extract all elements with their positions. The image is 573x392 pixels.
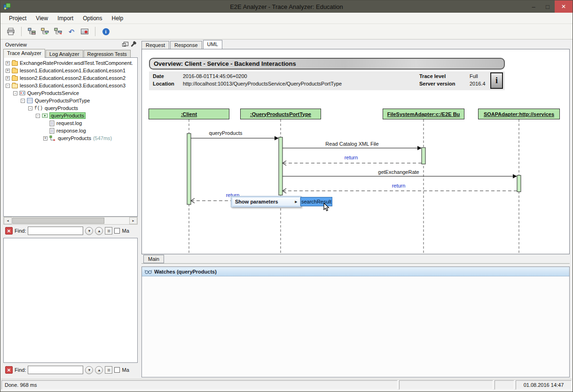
tree-item[interactable]: + lesson2.EducationLesson2.EducationLess… bbox=[4, 74, 137, 82]
trace-icon bbox=[49, 135, 56, 141]
lifeline-porttype[interactable]: :QueryProductsPortType bbox=[240, 109, 321, 119]
match-case-checkbox[interactable] bbox=[114, 228, 120, 234]
scroll-thumb[interactable] bbox=[12, 218, 104, 224]
tree-item[interactable]: + ExchangeRateProvider.wsdlTest.TestComp… bbox=[4, 59, 137, 67]
close-find-icon[interactable]: ✕ bbox=[5, 227, 13, 235]
scroll-left-icon[interactable]: ◂ bbox=[4, 217, 12, 224]
menu-help[interactable]: Help bbox=[107, 14, 128, 23]
tree-item-label: ExchangeRateProvider.wsdlTest.TestCompon… bbox=[20, 60, 133, 66]
overview-header: Overview bbox=[3, 40, 138, 49]
tree-hscrollbar[interactable]: ◂ ▸ bbox=[3, 217, 138, 225]
expander-icon[interactable]: - bbox=[6, 84, 10, 88]
left-panel-tabs: Trace Analyzer Log Analyzer Regression T… bbox=[3, 49, 131, 58]
menu-project[interactable]: Project bbox=[4, 14, 31, 23]
tree-item[interactable]: - QueryProductsPortType bbox=[4, 97, 137, 104]
collapse-tree-icon[interactable] bbox=[54, 27, 63, 36]
find-previous-icon[interactable]: ▴ bbox=[95, 227, 103, 235]
message-return-2: return bbox=[375, 183, 422, 188]
watches-icon bbox=[145, 269, 152, 274]
tree-item[interactable]: request.log bbox=[4, 119, 137, 127]
expander-icon[interactable]: - bbox=[13, 91, 17, 95]
find-input[interactable] bbox=[28, 227, 83, 235]
tree-item-label: queryProducts bbox=[58, 135, 91, 141]
tree-item-label: QueryProductsPortType bbox=[35, 98, 90, 103]
context-menu: Show parameters ▸ bbox=[231, 196, 301, 207]
match-case-label: Ma bbox=[122, 228, 129, 234]
tree-item-label: request.log bbox=[56, 120, 82, 126]
status-message: Done. 968 ms bbox=[1, 380, 398, 390]
tree-item[interactable]: - f() queryProducts bbox=[4, 104, 137, 112]
expander-icon[interactable]: - bbox=[21, 99, 25, 103]
expander-icon[interactable]: + bbox=[43, 136, 47, 141]
maximize-button[interactable]: □ bbox=[541, 0, 555, 13]
expand-tree-icon[interactable] bbox=[40, 27, 50, 36]
find-list-icon[interactable]: ≡ bbox=[105, 227, 112, 235]
toolbar-separator bbox=[95, 27, 95, 36]
expander-icon[interactable]: + bbox=[6, 61, 10, 65]
find-bar: ✕ Find: ▾ ▴ ≡ Ma bbox=[3, 225, 138, 237]
tree-item[interactable]: + lesson1.EducationLesson1.EducationLess… bbox=[4, 67, 137, 74]
tab-request[interactable]: Request bbox=[141, 41, 169, 49]
close-button[interactable]: ✕ bbox=[555, 0, 573, 13]
find-input-2[interactable] bbox=[28, 366, 83, 374]
titlebar: E2E Analyzer - Trace Analyzer: Education… bbox=[0, 0, 573, 13]
match-case-checkbox[interactable] bbox=[114, 367, 120, 373]
minimize-button[interactable]: – bbox=[526, 0, 541, 13]
stop-log-icon[interactable] bbox=[80, 27, 89, 36]
tab-main[interactable]: Main bbox=[143, 255, 164, 263]
tree-item[interactable]: - QueryProductsService bbox=[4, 89, 137, 97]
submenu-arrow-icon: ▸ bbox=[295, 199, 297, 204]
porttype-icon bbox=[27, 98, 33, 103]
lifeline-soap-adapter[interactable]: SOAPAdapter:http://services bbox=[478, 109, 560, 119]
scroll-right-icon[interactable]: ▸ bbox=[129, 217, 137, 224]
trace-tree: + ExchangeRateProvider.wsdlTest.TestComp… bbox=[3, 57, 138, 217]
tree-item-selected[interactable]: - queryProducts bbox=[4, 112, 137, 119]
find-list-icon[interactable]: ≡ bbox=[105, 366, 112, 374]
toolbar: ↶ i bbox=[0, 24, 573, 39]
tree-item[interactable]: - lesson3.EducationLesson3.EducationLess… bbox=[4, 82, 137, 89]
message-return-1: return bbox=[328, 155, 375, 160]
tree-item[interactable]: response.log bbox=[4, 127, 137, 134]
expander-icon[interactable]: + bbox=[6, 69, 10, 73]
status-segment bbox=[399, 380, 493, 390]
float-panel-icon[interactable] bbox=[121, 42, 127, 48]
expander-icon[interactable]: + bbox=[6, 76, 10, 80]
expander-icon[interactable]: - bbox=[36, 114, 40, 118]
tab-trace-analyzer[interactable]: Trace Analyzer bbox=[3, 49, 45, 58]
tab-uml[interactable]: UML bbox=[203, 40, 222, 49]
menu-view[interactable]: View bbox=[31, 14, 53, 23]
folder-open-icon bbox=[12, 83, 18, 88]
find-previous-icon[interactable]: ▴ bbox=[95, 366, 103, 374]
message-read-catalog: Read Catalog XML File bbox=[305, 141, 399, 147]
tree-item-label: lesson2.EducationLesson2.EducationLesson… bbox=[20, 75, 126, 81]
pin-panel-icon[interactable] bbox=[129, 42, 136, 48]
main-tabs: Request Response UML bbox=[141, 40, 223, 49]
tree-item-label: queryProducts bbox=[50, 113, 85, 118]
info-icon[interactable]: i bbox=[101, 27, 110, 36]
trace-tree-icon[interactable] bbox=[27, 27, 37, 36]
expander-icon[interactable]: - bbox=[28, 106, 32, 110]
tab-log-analyzer[interactable]: Log Analyzer bbox=[46, 50, 83, 58]
tree-item-label: response.log bbox=[56, 128, 86, 133]
window-title: E2E Analyzer - Trace Analyzer: Education bbox=[0, 3, 573, 10]
context-menu-show-parameters[interactable]: Show parameters ▸ bbox=[232, 197, 300, 206]
find-next-icon[interactable]: ▾ bbox=[85, 366, 93, 374]
close-find-icon[interactable]: ✕ bbox=[5, 366, 13, 374]
watches-panel: Watches (queryProducts) bbox=[141, 267, 570, 377]
uml-diagram-panel: Overview: Client - Service - Backend Int… bbox=[141, 49, 570, 254]
menu-options[interactable]: Options bbox=[78, 14, 107, 23]
menu-import[interactable]: Import bbox=[53, 14, 78, 23]
folder-icon bbox=[12, 60, 18, 66]
undo-icon[interactable]: ↶ bbox=[67, 27, 76, 36]
watches-title: Watches (queryProducts) bbox=[154, 269, 217, 274]
function-icon: f() bbox=[34, 106, 43, 111]
tree-item[interactable]: + queryProducts (547ms) bbox=[4, 134, 137, 142]
find-next-icon[interactable]: ▾ bbox=[85, 227, 93, 235]
lifeline-client[interactable]: :Client bbox=[149, 109, 229, 119]
folder-icon bbox=[12, 68, 18, 73]
tab-response[interactable]: Response bbox=[170, 41, 202, 49]
lifeline-filesystem-adapter[interactable]: FileSystemAdapter:c:/E2E Bu bbox=[383, 109, 464, 119]
tab-regression-tests[interactable]: Regression Tests bbox=[84, 50, 131, 58]
tree-item-label: queryProducts bbox=[45, 105, 78, 111]
print-icon[interactable] bbox=[6, 27, 16, 36]
